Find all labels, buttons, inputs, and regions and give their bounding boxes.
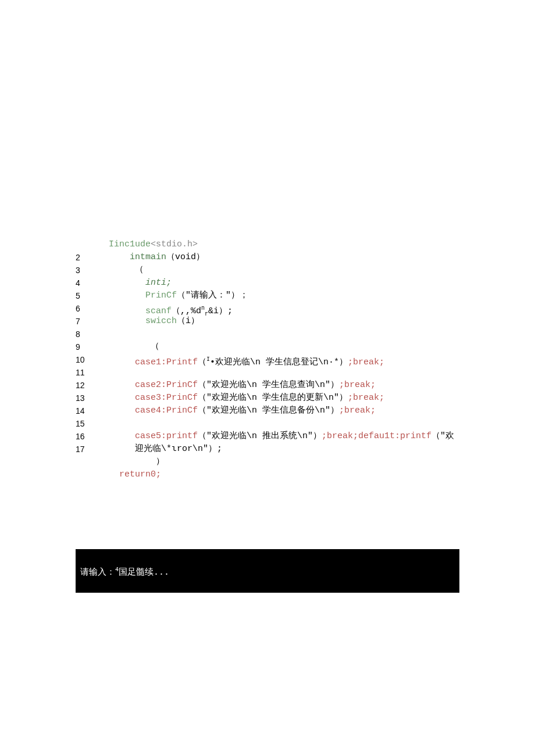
header-text: <stdio.h>	[151, 239, 198, 249]
code-line: return0;	[76, 468, 471, 481]
printf-arg: （"请输入："）；	[177, 291, 248, 300]
break-keyword: ;break;	[322, 431, 358, 441]
case-arg: （"欢迎光临\n 学生信息备份\n"）	[198, 406, 339, 415]
code-line: Iinc1ude<stdio.h>	[76, 238, 471, 251]
break-keyword: ;break;	[339, 380, 376, 390]
line-number: 13	[76, 392, 93, 404]
terminal-text1: 请输入：	[80, 568, 115, 578]
code-line: 10 case1:Printf（I•欢迎光临\n 学生信息登记\n·*）;bre…	[76, 353, 471, 366]
code-line: 13 case3:PrinCf（"欢迎光临\n 学生信息的更新\n"）;brea…	[76, 392, 471, 404]
line-number: 9	[76, 341, 93, 353]
code-line: 7 swicch（i）	[76, 315, 471, 328]
line-number: 15	[76, 417, 93, 430]
code-line: 9 （	[76, 341, 471, 353]
code-content	[93, 417, 471, 430]
line-number: 14	[76, 404, 93, 417]
code-content: Iinc1ude<stdio.h>	[93, 238, 471, 251]
inti-keyword: inti;	[145, 278, 172, 288]
code-line: 17 迎光临\*ιror\n"）;	[76, 443, 471, 456]
code-content	[93, 328, 471, 341]
default-arg: （"欢	[431, 431, 454, 441]
line-number: 7	[76, 315, 93, 328]
code-line: 14 case4:PrinCf（"欢迎光临\n 学生信息备份\n"）;break…	[76, 404, 471, 417]
line-number	[76, 468, 93, 481]
code-content: intmain（void）	[93, 251, 471, 264]
return-keyword: return0;	[119, 470, 161, 479]
paren-text: （	[135, 265, 144, 275]
code-block: Iinc1ude<stdio.h> 2 intmain（void） 3 （ 4 …	[76, 238, 471, 481]
paren-text: ）	[156, 457, 165, 467]
code-line: 15	[76, 417, 471, 430]
line-number: 3	[76, 264, 93, 277]
code-line: 12 case2:PrinCf（"欢迎光临\n 学生信息查询\n"）;break…	[76, 379, 471, 392]
code-content: ）	[93, 456, 471, 468]
line-number: 12	[76, 379, 93, 392]
code-content: PrinCf（"请输入："）；	[93, 289, 471, 302]
code-line: 16 case5:printf（"欢迎光临\n 推出系统\n"）;break;d…	[76, 430, 471, 443]
include-keyword: Iinc1ude	[109, 239, 151, 249]
code-content: （	[93, 341, 471, 353]
code-content: inti;	[93, 277, 471, 289]
terminal-output: 请输入：4国足髓续...	[76, 549, 459, 593]
code-content: case1:Printf（I•欢迎光临\n 学生信息登记\n·*）;break;	[93, 353, 471, 366]
code-line: 11	[76, 366, 471, 379]
terminal-text2: 国足髓续...	[119, 568, 169, 578]
line-number: 6	[76, 302, 93, 315]
default-keyword: defau1t:printf	[358, 431, 431, 441]
line-number	[76, 238, 93, 251]
code-line: 4 inti;	[76, 277, 471, 289]
code-content: （	[93, 264, 471, 277]
line-number: 17	[76, 443, 93, 456]
code-line: 5 PrinCf（"请输入："）；	[76, 289, 471, 302]
code-content	[93, 366, 471, 379]
line-number: 16	[76, 430, 93, 443]
code-line: 3 （	[76, 264, 471, 277]
code-content: return0;	[93, 468, 471, 481]
switch-keyword: swicch	[145, 316, 177, 326]
code-line: 6 scanf（,,%dnr&i）;	[76, 302, 471, 315]
switch-arg: （i）	[177, 316, 199, 326]
code-content: case5:printf（"欢迎光临\n 推出系统\n"）;break;defa…	[93, 430, 471, 443]
case-keyword: case4:PrinCf	[135, 406, 198, 415]
case-arg: （"欢迎光临\n 学生信息查询\n"）	[198, 380, 339, 390]
code-content: case4:PrinCf（"欢迎光临\n 学生信息备份\n"）;break;	[93, 404, 471, 417]
case-keyword: case3:PrinCf	[135, 393, 198, 403]
case-arg: （"欢迎光临\n 推出系统\n"）	[198, 431, 322, 441]
code-content: case3:PrinCf（"欢迎光临\n 学生信息的更新\n"）;break;	[93, 392, 471, 404]
printf-keyword: PrinCf	[145, 291, 177, 300]
continuation-text: 迎光临\*ιror\n"）;	[135, 444, 222, 454]
code-line: 2 intmain（void）	[76, 251, 471, 264]
line-number: 4	[76, 277, 93, 289]
code-content: 迎光临\*ιror\n"）;	[93, 443, 471, 456]
break-keyword: ;break;	[339, 406, 376, 415]
line-number: 8	[76, 328, 93, 341]
line-number	[76, 456, 93, 468]
code-line: ）	[76, 456, 471, 468]
line-number: 2	[76, 251, 93, 264]
break-keyword: ;break;	[348, 393, 384, 403]
case-arg: （"欢迎光临\n 学生信息的更新\n"）	[198, 393, 348, 403]
code-content: swicch（i）	[93, 315, 471, 328]
line-number: 5	[76, 289, 93, 302]
code-content: case2:PrinCf（"欢迎光临\n 学生信息查询\n"）;break;	[93, 379, 471, 392]
code-content: scanf（,,%dnr&i）;	[93, 302, 471, 315]
line-number: 10	[76, 353, 93, 366]
intmain-keyword: intmain	[130, 252, 166, 262]
case-keyword: case5:printf	[135, 431, 198, 441]
line-number: 11	[76, 366, 93, 379]
paren-text: （	[151, 342, 159, 352]
case-keyword: case2:PrinCf	[135, 380, 198, 390]
code-line: 8	[76, 328, 471, 341]
void-text: （void）	[166, 252, 205, 262]
